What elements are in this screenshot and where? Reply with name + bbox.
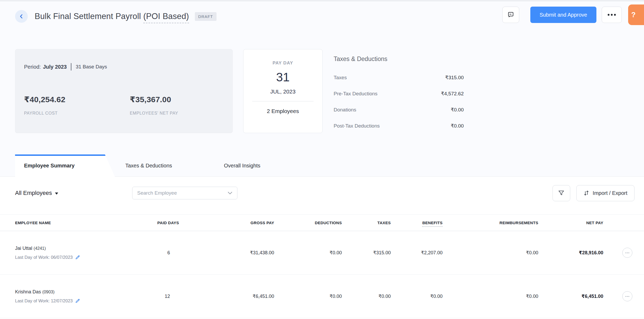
col-paid-days: PAID DAYS (137, 221, 179, 225)
last-day-text: Last Day of Work: 06/07/2023 (15, 255, 73, 260)
import-export-label: Import / Export (593, 190, 627, 196)
pencil-icon[interactable] (75, 298, 80, 303)
tax-row-value: ₹315.00 (445, 74, 464, 81)
ellipsis-icon (607, 13, 616, 16)
tax-row-label: Taxes (334, 75, 347, 81)
amount-row: ₹40,254.62 PAYROLL COST ₹35,367.00 EMPLO… (24, 95, 224, 116)
filter-button[interactable] (553, 185, 570, 201)
pencil-icon[interactable] (75, 255, 80, 260)
employee-table: EMPLOYEE NAME PAID DAYS GROSS PAY DEDUCT… (0, 214, 644, 318)
row-menu-cell (603, 248, 634, 258)
tax-row-label: Pre-Tax Deductions (334, 91, 378, 97)
taxes-deductions-title: Taxes & Deductions (334, 55, 464, 63)
deductions-cell: ₹0.00 (274, 250, 342, 256)
pay-day-divider (252, 101, 314, 101)
employee-code: (4241) (34, 246, 46, 251)
employee-filter-dropdown[interactable]: All Employees (15, 190, 58, 196)
employee-name-line: Krishna Das (0903) (15, 289, 137, 295)
tax-row-label: Donations (334, 107, 356, 113)
tab-employee-summary[interactable]: Employee Summary (15, 154, 115, 177)
gross-pay-cell: ₹31,438.00 (179, 250, 274, 256)
tax-summary-row: Donations ₹0.00 (334, 102, 464, 118)
payroll-page: Bulk Final Settlement Payroll (POI Based… (0, 0, 644, 319)
base-days: 31 Base Days (76, 64, 107, 70)
employee-name[interactable]: Krishna Das (15, 289, 41, 294)
last-day-line: Last Day of Work: 12/07/2023 (15, 298, 137, 303)
tax-row-value: ₹0.00 (451, 123, 464, 129)
more-actions-button[interactable] (602, 7, 622, 23)
col-deductions: DEDUCTIONS (274, 221, 342, 225)
tax-summary-row: Pre-Tax Deductions ₹4,572.62 (334, 86, 464, 102)
period-value: July 2023 (43, 64, 67, 70)
chevron-left-icon (19, 13, 24, 19)
header-actions: Submit and Approve ? (502, 6, 644, 23)
import-export-button[interactable]: Import / Export (576, 185, 634, 201)
tax-summary-row: Taxes ₹315.00 (334, 69, 464, 86)
help-button[interactable]: ? (628, 4, 644, 25)
employee-name-line: Jai Uttal (4241) (15, 246, 137, 251)
tab-taxes-deductions[interactable]: Taxes & Deductions (125, 154, 172, 177)
tax-row-value: ₹4,572.62 (441, 91, 464, 97)
net-pay-block: ₹35,367.00 EMPLOYEES' NET PAY (130, 95, 178, 116)
submit-and-approve-button[interactable]: Submit and Approve (530, 7, 596, 23)
employee-code: (0903) (42, 290, 54, 294)
benefits-cell: ₹0.00 (391, 293, 443, 299)
ellipsis-circle-icon (625, 252, 629, 254)
payroll-summary-card: Period: July 2023 31 Base Days ₹40,254.6… (15, 49, 233, 133)
col-benefits-label: BENEFITS (422, 221, 443, 227)
employee-name[interactable]: Jai Uttal (15, 246, 32, 251)
toolbar: All Employees Search Employee (15, 185, 634, 201)
pay-day-label: PAY DAY (243, 60, 322, 66)
col-benefits: BENEFITS (391, 221, 443, 225)
tab-overall-insights[interactable]: Overall Insights (224, 154, 260, 177)
table-header-row: EMPLOYEE NAME PAID DAYS GROSS PAY DEDUCT… (0, 214, 644, 231)
period-label: Period: (24, 64, 41, 70)
back-button[interactable] (15, 10, 28, 23)
col-net-pay: NET PAY (538, 221, 603, 225)
employee-cell: Jai Uttal (4241) Last Day of Work: 06/07… (15, 246, 137, 260)
benefits-cell: ₹2,207.00 (391, 250, 443, 256)
col-gross-pay: GROSS PAY (179, 221, 274, 225)
page-header: Bulk Final Settlement Payroll (POI Based… (15, 6, 644, 26)
taxes-cell: ₹315.00 (342, 250, 391, 256)
reimbursements-cell: ₹0.00 (443, 293, 538, 299)
net-pay-value: ₹35,367.00 (130, 95, 178, 104)
net-pay-label: EMPLOYEES' NET PAY (130, 111, 178, 116)
col-reimbursements: REIMBURSEMENTS (443, 221, 538, 225)
period-divider (71, 63, 71, 71)
chevron-down-icon (228, 191, 232, 195)
table-row: Krishna Das (0903) Last Day of Work: 12/… (0, 275, 644, 318)
search-employee-placeholder: Search Employee (137, 190, 228, 196)
taxes-deductions-summary: Taxes & Deductions Taxes ₹315.00 Pre-Tax… (334, 55, 464, 134)
page-title-suffix: (POI Based) (143, 12, 189, 23)
payroll-cost-block: ₹40,254.62 PAYROLL COST (24, 95, 130, 116)
pay-day-month: JUL, 2023 (243, 88, 322, 95)
status-badge: DRAFT (195, 12, 217, 21)
col-employee-name: EMPLOYEE NAME (15, 221, 137, 225)
payroll-cost-label: PAYROLL COST (24, 111, 130, 116)
ellipsis-circle-icon (625, 296, 629, 297)
pay-day-card: PAY DAY 31 JUL, 2023 2 Employees (243, 49, 323, 133)
employee-cell: Krishna Das (0903) Last Day of Work: 12/… (15, 289, 137, 303)
swap-arrows-icon (583, 190, 589, 196)
tax-row-label: Post-Tax Deductions (334, 123, 380, 129)
row-menu-button[interactable] (622, 248, 632, 258)
page-title: Bulk Final Settlement Payroll (POI Based… (35, 12, 189, 21)
last-day-text: Last Day of Work: 12/07/2023 (15, 298, 73, 303)
taxes-cell: ₹0.00 (342, 293, 391, 299)
pay-day-number: 31 (243, 70, 322, 84)
net-pay-cell: ₹28,916.00 (538, 250, 603, 256)
page-title-main: Bulk Final Settlement Payroll (35, 12, 143, 21)
row-menu-button[interactable] (622, 291, 632, 301)
gross-pay-cell: ₹6,451.00 (179, 293, 274, 299)
payroll-cost-value: ₹40,254.62 (24, 95, 130, 104)
table-row: Jai Uttal (4241) Last Day of Work: 06/07… (0, 231, 644, 275)
period-line: Period: July 2023 31 Base Days (24, 63, 224, 71)
content-area: All Employees Search Employee (0, 177, 644, 319)
last-day-line: Last Day of Work: 06/07/2023 (15, 255, 137, 260)
comments-button[interactable] (502, 7, 519, 23)
tax-row-value: ₹0.00 (451, 107, 464, 113)
search-employee-select[interactable]: Search Employee (132, 187, 237, 199)
speech-bubble-icon (507, 11, 514, 18)
paid-days-cell: 12 (137, 294, 179, 299)
